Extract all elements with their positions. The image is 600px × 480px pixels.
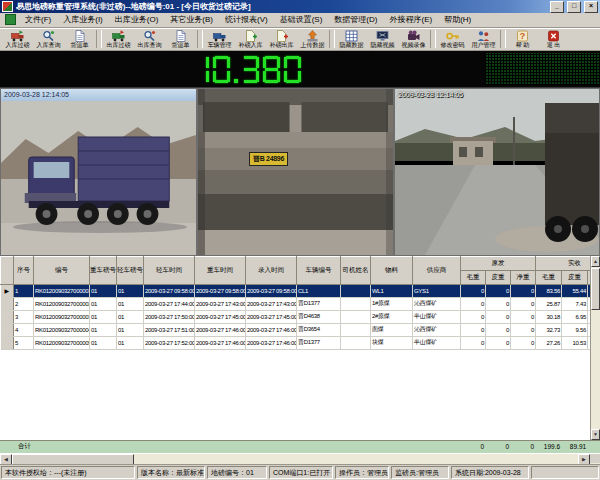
status-filler <box>531 466 599 479</box>
toolbar-button[interactable]: ?帮 助 <box>507 30 538 50</box>
password-icon <box>446 30 459 42</box>
camera-view-2: 晋B 24896 <box>197 88 394 256</box>
table-cell: RK0120090327000005 <box>34 336 90 349</box>
toolbar-button[interactable]: 车辆管理 <box>204 30 235 50</box>
upload-icon <box>306 30 319 42</box>
camera-view-3: 2009-03-28 12:14:05 <box>394 88 600 256</box>
table-row[interactable]: 5RK012009032700000501012009-03-27 17:52:… <box>1 336 591 349</box>
table-cell: 0 <box>461 310 486 323</box>
weight-display <box>192 56 305 83</box>
toolbar-button-label: 补磅出库 <box>270 42 294 49</box>
toolbar-button[interactable]: 货运单 <box>64 30 95 50</box>
table-cell: 0 <box>461 323 486 336</box>
table-row[interactable]: 2RK012009032700000201012009-03-27 17:44:… <box>1 297 591 310</box>
toolbar-button[interactable]: 隐藏视频 <box>367 30 398 50</box>
toolbar-button[interactable]: 出库过磅 <box>103 30 134 50</box>
total-value: 199.6 <box>535 441 561 452</box>
table-cell: 4 <box>14 323 34 336</box>
hide-data-icon <box>345 30 358 42</box>
table-cell: 1#原煤 <box>371 297 413 310</box>
toolbar-button[interactable]: 补磅出库 <box>266 30 297 50</box>
status-segment: 地磅编号：01 <box>207 466 267 479</box>
camera1-photo <box>1 101 196 255</box>
table-cell: 0 <box>486 310 511 323</box>
table-cell: 2009-03-27 17:51:00 <box>144 323 195 336</box>
menu-item[interactable]: 帮助(H) <box>438 13 477 26</box>
column-header: 轻车磅号 <box>117 256 144 284</box>
toolbar-button-label: 隐藏数据 <box>340 42 364 49</box>
toolbar-button[interactable]: 用户管理 <box>468 30 499 50</box>
table-cell: 0 <box>486 336 511 349</box>
vertical-scrollbar[interactable]: ▲ ▼ <box>590 256 600 441</box>
column-header: 重车磅号 <box>90 256 117 284</box>
toolbar-button[interactable]: 隐藏数据 <box>336 30 367 50</box>
table-cell: 27.26 <box>536 336 562 349</box>
table-cell: 01 <box>90 336 117 349</box>
table-cell: 0 <box>511 284 536 297</box>
column-header: 轻车时间 <box>144 256 195 284</box>
vertical-scroll-thumb[interactable] <box>591 268 600 310</box>
toolbar-button-label: 出库查询 <box>138 42 162 49</box>
table-row[interactable]: ▶1RK012009032700000101012009-03-27 09:58… <box>1 284 591 297</box>
row-indicator: ▶ <box>1 284 14 297</box>
column-subheader: 皮重 <box>486 270 511 284</box>
status-segment: 操作员：管理员 <box>335 466 389 479</box>
menu-item[interactable]: 外接程序(E) <box>383 13 438 26</box>
table-cell: RK0120090327000001 <box>34 284 90 297</box>
menu-item[interactable]: 出库业务(O) <box>109 13 165 26</box>
toolbar-button[interactable]: 入库查询 <box>33 30 64 50</box>
menu-item[interactable]: 文件(F) <box>19 13 57 26</box>
menu-item[interactable]: 数据管理(D) <box>328 13 383 26</box>
menu-item[interactable]: 基础设置(S) <box>274 13 329 26</box>
toolbar-button[interactable]: 补磅入库 <box>235 30 266 50</box>
table-cell: 5 <box>14 336 34 349</box>
menu-item[interactable]: 统计报表(V) <box>219 13 274 26</box>
toolbar-button[interactable]: 退 出 <box>538 30 569 50</box>
camera3-photo <box>395 89 599 255</box>
table-cell: CL1 <box>297 284 341 297</box>
toolbar-button[interactable]: 视频录像 <box>398 30 429 50</box>
table-cell: 0 <box>486 297 511 310</box>
toolbar-button[interactable]: 货运单 <box>165 30 196 50</box>
table-cell: 30.18 <box>536 310 562 323</box>
minimize-button[interactable]: _ <box>550 1 564 13</box>
table-row[interactable]: 4RK012009032700000401012009-03-27 17:51:… <box>1 323 591 336</box>
table-cell: 0 <box>486 323 511 336</box>
table-cell: 0 <box>511 323 536 336</box>
toolbar-button-label: 补磅入库 <box>239 42 263 49</box>
table-cell: 2009-03-27 09:58:00 <box>195 284 246 297</box>
toolbar-separator <box>500 30 506 48</box>
menu-item[interactable]: 其它业务(B) <box>164 13 219 26</box>
toolbar-button[interactable]: 上传数据 <box>297 30 328 50</box>
window-title: 易思地磅称重管理系统(非过磅)--地磅编号:01 - [今日收货过磅记录] <box>16 0 547 13</box>
total-label: 合计 <box>0 441 460 452</box>
exit-icon <box>547 30 560 42</box>
table-cell: 2009-03-27 17:44:00 <box>144 297 195 310</box>
column-header: 车辆编号 <box>297 256 341 284</box>
table-row[interactable]: 3RK012009032700000301012009-03-27 17:50:… <box>1 310 591 323</box>
horizontal-scrollbar[interactable]: ◀ ▶ <box>0 453 600 464</box>
truck-in-icon <box>11 30 24 42</box>
table-cell <box>341 297 371 310</box>
table-cell: 32.73 <box>536 323 562 336</box>
table-cell: 2009-03-27 17:45:00 <box>246 310 297 323</box>
scroll-down-icon[interactable]: ▼ <box>591 429 600 440</box>
column-subheader: 毛重 <box>536 270 562 284</box>
toolbar-button[interactable]: 出库查询 <box>134 30 165 50</box>
status-segment: COM端口1:已打开 <box>269 466 333 479</box>
toolbar-button-label: 出库过磅 <box>107 42 131 49</box>
table-cell: 01 <box>90 323 117 336</box>
close-button[interactable]: × <box>584 1 598 13</box>
toolbar-button[interactable]: 入库过磅 <box>2 30 33 50</box>
toolbar-button-label: 用户管理 <box>472 42 496 49</box>
table-cell: 55.44 <box>562 284 588 297</box>
toolbar-button[interactable]: 修改密码 <box>437 30 468 50</box>
supplement-in-icon <box>244 30 257 42</box>
scroll-up-icon[interactable]: ▲ <box>591 256 600 267</box>
table-cell: 2#原煤 <box>371 310 413 323</box>
table-cell: 0 <box>461 336 486 349</box>
menu-item[interactable]: 入库业务(I) <box>57 13 109 26</box>
toolbar: 入库过磅入库查询货运单出库过磅出库查询货运单车辆管理补磅入库补磅出库上传数据隐藏… <box>0 28 600 51</box>
table-cell: WL1 <box>371 284 413 297</box>
maximize-button[interactable]: □ <box>567 1 581 13</box>
